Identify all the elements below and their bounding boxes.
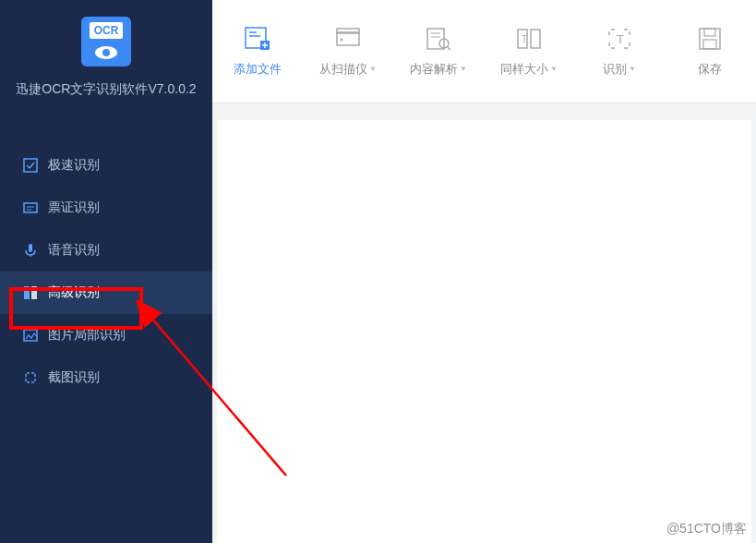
nav-label: 极速识别 [48,157,100,174]
svg-point-17 [341,38,343,41]
svg-text:T: T [522,34,527,44]
app-title: 迅捷OCR文字识别软件V7.0.0.2 [0,81,212,98]
speed-icon [22,157,39,174]
toolbar-save[interactable]: 保存 [665,0,755,103]
toolbar-label: 从扫描仪 [319,61,367,78]
main-area: 添加文件 从扫描仪▼ 内容解析▼ T 同样大小▼ T 识别▼ [212,0,756,543]
toolbar-label: 保存 [698,61,722,78]
svg-rect-27 [700,29,720,49]
content-area [212,103,756,543]
svg-rect-7 [31,286,37,299]
toolbar-label: 添加文件 [234,61,282,78]
toolbar-add-file[interactable]: 添加文件 [212,0,303,103]
svg-rect-28 [704,29,715,36]
toolbar-label: 内容解析 [410,61,458,78]
svg-rect-29 [703,40,716,49]
chevron-down-icon: ▼ [369,65,377,73]
svg-rect-15 [337,32,359,45]
toolbar: 添加文件 从扫描仪▼ 内容解析▼ T 同样大小▼ T 识别▼ [212,0,756,103]
svg-rect-4 [29,244,32,252]
nav-item-screenshot[interactable]: 截图识别 [0,356,212,399]
nav-item-ticket[interactable]: 票证识别 [0,187,212,229]
watermark: @51CTO博客 [666,521,747,537]
recognize-icon: T [605,26,634,52]
advanced-icon [22,284,39,301]
chevron-down-icon: ▼ [460,65,467,73]
chevron-down-icon: ▼ [550,65,558,73]
svg-text:T: T [617,32,624,46]
nav-item-voice[interactable]: 语音识别 [0,229,212,272]
nav-list: 极速识别 票证识别 语音识别 高级识别 图片局部识别 [0,144,212,399]
logo-area: OCR 迅捷OCR文字识别软件V7.0.0.2 [0,0,212,144]
svg-rect-1 [24,203,37,212]
svg-rect-24 [531,30,540,48]
toolbar-label: 识别 [603,61,627,78]
eye-icon [95,46,117,59]
toolbar-scanner[interactable]: 从扫描仪▼ [303,0,393,103]
nav-label: 高级识别 [48,284,100,301]
image-part-icon [22,327,39,344]
nav-label: 票证识别 [48,199,100,216]
toolbar-recognize[interactable]: T 识别▼ [574,0,665,103]
nav-label: 语音识别 [48,242,100,259]
logo-text: OCR [90,22,123,39]
nav-item-advanced[interactable]: 高级识别 [0,272,212,314]
scanner-icon [333,26,363,52]
svg-line-22 [448,47,450,50]
same-size-icon: T [514,26,544,52]
voice-icon [22,242,39,259]
save-icon [695,26,725,52]
nav-label: 图片局部识别 [48,327,126,344]
nav-item-speed[interactable]: 极速识别 [0,144,212,187]
chevron-down-icon: ▼ [629,65,636,73]
ticket-icon [22,199,39,216]
screenshot-icon [22,369,39,386]
sidebar: OCR 迅捷OCR文字识别软件V7.0.0.2 极速识别 票证识别 语音识别 [0,0,212,543]
svg-rect-0 [24,159,37,172]
nav-item-image-part[interactable]: 图片局部识别 [0,314,212,356]
nav-label: 截图识别 [48,369,100,386]
svg-rect-16 [337,29,359,33]
toolbar-label: 同样大小 [500,61,548,78]
svg-rect-6 [24,286,30,299]
toolbar-content-parse[interactable]: 内容解析▼ [393,0,484,103]
add-file-icon [243,26,272,52]
app-logo: OCR [81,17,131,66]
toolbar-same-size[interactable]: T 同样大小▼ [484,0,574,103]
content-parse-icon [424,26,453,52]
content-panel [217,120,751,543]
